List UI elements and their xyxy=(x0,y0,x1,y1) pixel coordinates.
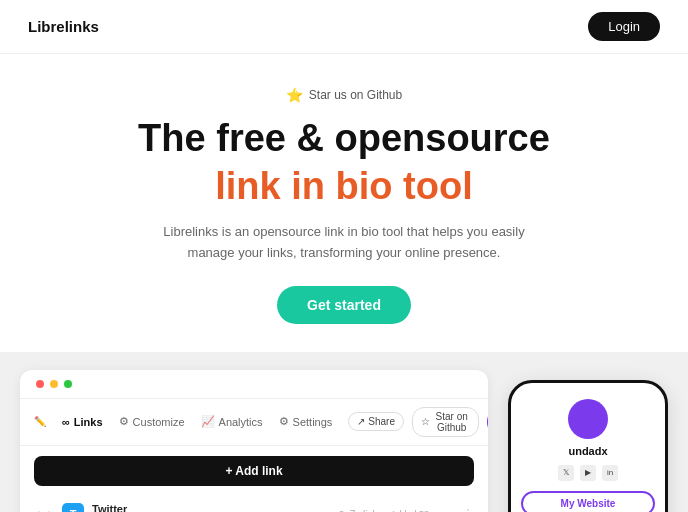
share-icon: ↗ xyxy=(357,416,365,427)
star-icon: ⭐ xyxy=(286,87,303,103)
nav-settings[interactable]: ⚙ Settings xyxy=(279,415,333,428)
add-link-button[interactable]: + Add link xyxy=(34,456,474,486)
linkedin-social-icon: in xyxy=(602,465,618,481)
get-started-button[interactable]: Get started xyxy=(277,286,411,324)
phone-links: My WebsiteGithubBlogPodcasts xyxy=(521,491,655,512)
phone-mockup: undadx 𝕏 ▶ in My WebsiteGithubBlogPodcas… xyxy=(508,380,668,512)
nav-customize[interactable]: ⚙ Customize xyxy=(119,415,185,428)
star-github-icon: ☆ xyxy=(421,416,430,427)
youtube-social-icon: ▶ xyxy=(580,465,596,481)
dashboard-panel: ✏️ ∞ Links ⚙ Customize 📈 Analytics ⚙ Set… xyxy=(20,370,488,512)
navbar: Librelinks Login xyxy=(0,0,688,54)
phone-avatar xyxy=(568,399,608,439)
link-logo: T xyxy=(62,503,84,512)
hero-title-line2: link in bio tool xyxy=(20,165,668,209)
star-github-button[interactable]: ☆ Star on Github xyxy=(412,407,479,437)
minimize-dot xyxy=(50,380,58,388)
link-info: Twitter https://twitter.com/HerseyProgra… xyxy=(92,503,329,512)
nav-right-actions: ↗ Share ☆ Star on Github xyxy=(348,407,488,437)
phone-social-icons: 𝕏 ▶ in xyxy=(521,465,655,481)
nav-analytics[interactable]: 📈 Analytics xyxy=(201,415,263,428)
browser-toolbar xyxy=(20,370,488,399)
close-dot xyxy=(36,380,44,388)
hero-title-line1: The free & opensource xyxy=(20,117,668,161)
settings-icon: ⚙ xyxy=(279,415,289,428)
login-button[interactable]: Login xyxy=(588,12,660,41)
maximize-dot xyxy=(64,380,72,388)
dashboard-nav: ✏️ ∞ Links ⚙ Customize 📈 Analytics ⚙ Set… xyxy=(20,399,488,446)
links-icon: ∞ xyxy=(62,416,70,428)
hero-section: ⭐ Star us on Github The free & opensourc… xyxy=(0,54,688,352)
star-badge[interactable]: ⭐ Star us on Github xyxy=(286,87,402,103)
user-avatar xyxy=(487,411,488,433)
link-list: ⋮⋮ T Twitter https://twitter.com/HerseyP… xyxy=(20,496,488,512)
link-item: ⋮⋮ T Twitter https://twitter.com/HerseyP… xyxy=(34,496,474,512)
nav-links[interactable]: ∞ Links xyxy=(62,416,103,428)
hero-description: Librelinks is an opensource link in bio … xyxy=(154,222,534,264)
dashboard-section: ✏️ ∞ Links ⚙ Customize 📈 Analytics ⚙ Set… xyxy=(0,352,688,512)
phone-username: undadx xyxy=(521,445,655,457)
twitter-social-icon: 𝕏 xyxy=(558,465,574,481)
star-badge-label: Star us on Github xyxy=(309,88,402,102)
phone-link-button[interactable]: My Website xyxy=(521,491,655,512)
customize-icon: ⚙ xyxy=(119,415,129,428)
link-name: Twitter xyxy=(92,503,329,512)
share-button[interactable]: ↗ Share xyxy=(348,412,404,431)
link-more-button[interactable]: ⋮ xyxy=(462,507,474,512)
edit-icon: ✏️ xyxy=(34,416,46,427)
analytics-icon: 📈 xyxy=(201,415,215,428)
logo: Librelinks xyxy=(28,18,99,35)
